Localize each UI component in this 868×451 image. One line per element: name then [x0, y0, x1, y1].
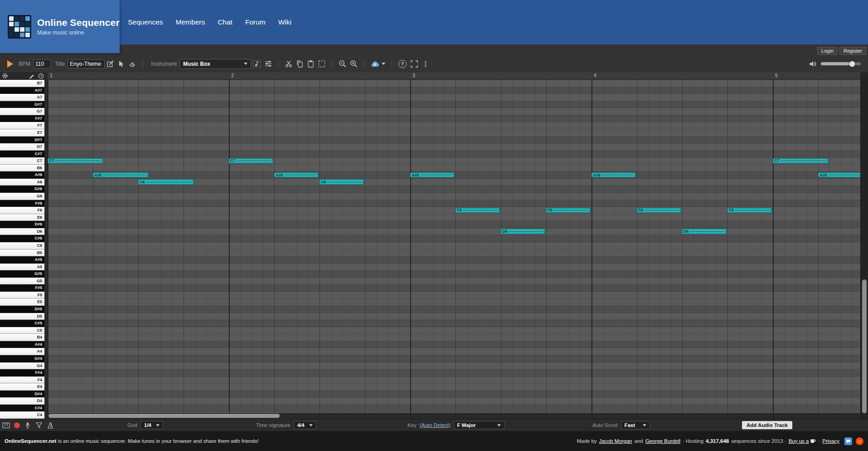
piano-key-f4[interactable]: F4 [0, 377, 44, 384]
piano-key-d6[interactable]: D6 [0, 228, 44, 235]
grid-settings-button[interactable] [2, 73, 8, 79]
paste-button[interactable] [305, 59, 316, 69]
note-f6[interactable]: F6 [637, 208, 681, 213]
piano-key-e4[interactable]: E4 [0, 383, 44, 391]
piano-key-f5[interactable]: F5 [0, 292, 44, 299]
note-f6[interactable]: F6 [456, 208, 500, 213]
piano-key-ds6[interactable]: D#6 [0, 221, 44, 228]
piano-keyboard-button[interactable] [2, 422, 10, 429]
piano-key-g6[interactable]: G6 [0, 193, 44, 200]
marquee-select-button[interactable] [316, 59, 327, 69]
add-audio-track-button[interactable]: Add Audio Track [742, 421, 792, 429]
zoom-in-button[interactable] [348, 59, 359, 69]
piano-key-e5[interactable]: E5 [0, 299, 44, 306]
help-button[interactable]: ? [397, 59, 408, 69]
note-d6[interactable]: D6 [682, 229, 727, 234]
key-auto-detect-link[interactable]: (Auto Detect) [420, 422, 451, 428]
piano-key-cs4[interactable]: C#4 [0, 405, 44, 412]
note-settings-button[interactable] [251, 59, 263, 69]
piano-key-b4[interactable]: B4 [0, 334, 44, 341]
author-link-jacob-morgan[interactable]: Jacob Morgan [599, 438, 632, 444]
author-link-george-burdell[interactable]: George Burdell [645, 438, 680, 444]
select-tool-button[interactable] [116, 59, 126, 69]
piano-key-a6[interactable]: A6 [0, 179, 44, 186]
nav-wiki[interactable]: Wiki [272, 15, 298, 30]
piano-key-cs6[interactable]: C#6 [0, 235, 44, 242]
login-button[interactable]: Login [817, 47, 838, 55]
note-as6[interactable]: A#6 [274, 172, 319, 178]
piano-key-c6[interactable]: C6 [0, 242, 44, 250]
vertical-scrollbar-thumb[interactable] [862, 279, 867, 413]
note-c7[interactable]: C7 [229, 158, 273, 164]
piano-key-fs4[interactable]: F#4 [0, 369, 44, 377]
piano-key-c5[interactable]: C5 [0, 327, 44, 334]
note-c7[interactable]: C7 [773, 158, 829, 164]
title-input[interactable] [68, 59, 105, 69]
piano-key-ds7[interactable]: D#7 [0, 137, 44, 144]
edit-title-button[interactable] [105, 59, 116, 69]
piano-key-a5[interactable]: A5 [0, 264, 44, 271]
piano-key-as5[interactable]: A#5 [0, 256, 44, 264]
eraser-tool-button[interactable] [126, 59, 138, 69]
piano-key-as4[interactable]: A#4 [0, 341, 44, 348]
note-f6[interactable]: F6 [727, 208, 772, 213]
piano-key-g4[interactable]: G4 [0, 363, 44, 370]
note-a6[interactable]: A6 [320, 179, 364, 185]
piano-key-b7[interactable]: B7 [0, 80, 44, 87]
note-filter-button[interactable] [35, 422, 43, 428]
nav-sequences[interactable]: Sequences [121, 15, 170, 30]
record-button[interactable] [14, 422, 20, 428]
reddit-icon[interactable] [856, 437, 863, 445]
cut-button[interactable] [283, 59, 294, 69]
piano-key-gs7[interactable]: G#7 [0, 101, 44, 108]
nav-forum[interactable]: Forum [239, 15, 272, 30]
draw-mode-button[interactable] [29, 73, 35, 79]
note-grid[interactable]: C7A#6A6C7A#6A6A#6F6D6F6A#6F6D6F6C7A#6 [48, 80, 860, 419]
piano-key-f7[interactable]: F7 [0, 122, 44, 129]
nav-members[interactable]: Members [170, 15, 212, 30]
speaker-icon[interactable] [809, 60, 817, 68]
more-options-button[interactable] [420, 59, 431, 69]
piano-key-as6[interactable]: A#6 [0, 172, 44, 179]
note-c7[interactable]: C7 [48, 158, 103, 164]
key-select[interactable]: F Major [454, 421, 504, 429]
piano-key-d4[interactable]: D4 [0, 397, 44, 405]
piano-key-g5[interactable]: G5 [0, 278, 44, 285]
metronome-button[interactable] [47, 422, 54, 429]
piano-key-d7[interactable]: D7 [0, 143, 44, 151]
note-length-button[interactable] [38, 73, 44, 79]
piano-key-gs6[interactable]: G#6 [0, 186, 44, 193]
piano-key-b5[interactable]: B5 [0, 250, 44, 257]
instrument-settings-button[interactable] [263, 59, 274, 69]
horizontal-scrollbar-thumb[interactable] [48, 414, 280, 418]
buy-coffee-link[interactable]: Buy us a [789, 438, 816, 444]
save-button[interactable] [369, 59, 387, 69]
piano-key-as7[interactable]: A#7 [0, 87, 44, 94]
timeline[interactable]: 12345 [48, 72, 860, 79]
piano-key-a4[interactable]: A4 [0, 348, 44, 355]
note-a6[interactable]: A6 [138, 179, 194, 185]
chat-icon[interactable] [844, 437, 852, 445]
note-f6[interactable]: F6 [546, 208, 591, 213]
logo[interactable]: Online Sequencer Make music online [0, 0, 120, 53]
piano-key-c7[interactable]: C7 [0, 157, 44, 165]
time-signature-select[interactable]: 4/4 [294, 421, 316, 429]
note-as6[interactable]: A#6 [818, 172, 860, 178]
note-as6[interactable]: A#6 [93, 172, 149, 178]
piano-key-ds5[interactable]: D#5 [0, 306, 44, 313]
horizontal-scrollbar[interactable] [48, 413, 860, 419]
piano-key-d5[interactable]: D5 [0, 313, 44, 320]
register-button[interactable]: Register [839, 47, 866, 55]
note-as6[interactable]: A#6 [592, 172, 636, 178]
piano-key-e6[interactable]: E6 [0, 214, 44, 221]
note-d6[interactable]: D6 [501, 229, 545, 234]
piano-key-g7[interactable]: G7 [0, 108, 44, 115]
zoom-out-button[interactable] [337, 59, 348, 69]
copy-button[interactable] [294, 59, 305, 69]
piano-key-a7[interactable]: A7 [0, 94, 44, 101]
grid-select[interactable]: 1/4 [141, 421, 163, 429]
privacy-link[interactable]: Privacy [822, 438, 839, 444]
vertical-scrollbar[interactable] [860, 80, 868, 419]
piano-key-b6[interactable]: B6 [0, 165, 44, 172]
note-as6[interactable]: A#6 [410, 172, 455, 178]
